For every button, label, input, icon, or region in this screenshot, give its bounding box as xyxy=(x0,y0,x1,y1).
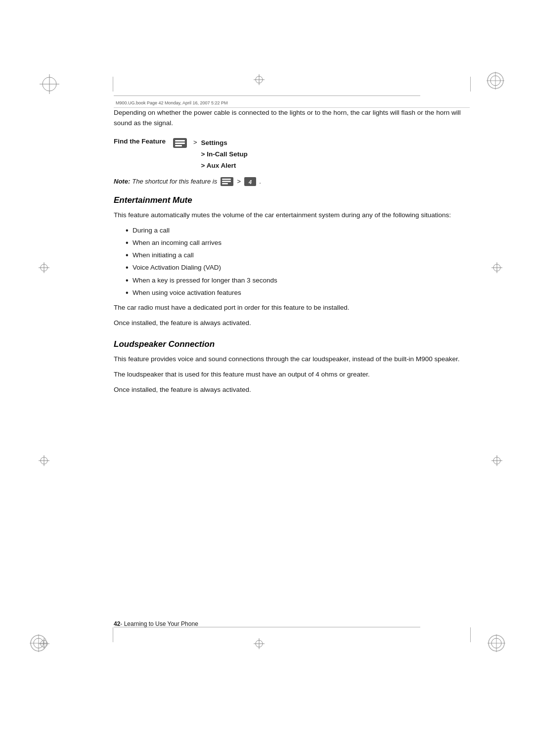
note-number-icon: 4 xyxy=(244,177,257,187)
trim-line-right-bottom xyxy=(470,627,471,642)
nav-path-settings: Settings xyxy=(201,138,248,149)
footer-number: 42 xyxy=(114,620,120,627)
nav-path-aux: > Aux Alert xyxy=(201,160,248,172)
entertainment-mute-description: This feature automatically mutes the vol… xyxy=(114,210,470,221)
svg-text:4: 4 xyxy=(248,179,252,185)
note-section: Note: The shortcut for this feature is >… xyxy=(114,177,470,187)
entertainment-mute-title: Entertainment Mute xyxy=(114,195,470,205)
nav-arrow-1: > xyxy=(193,138,197,146)
list-item: During a call xyxy=(124,226,470,236)
list-item: When using voice activation features xyxy=(124,288,470,298)
note-label: Note: xyxy=(114,178,130,185)
list-item: When an incoming call arrives xyxy=(124,238,470,248)
reg-mark-ml2 xyxy=(39,455,49,466)
svg-rect-42 xyxy=(222,181,231,182)
trim-line-left-bottom xyxy=(113,627,113,642)
menu-icon xyxy=(173,138,187,148)
trim-line-left-top xyxy=(113,77,113,92)
reg-mark-tr xyxy=(487,72,504,90)
page-footer: 42- Learning to Use Your Phone xyxy=(114,619,470,627)
reg-mark-tc xyxy=(254,74,265,85)
reg-mark-mr2 xyxy=(491,455,502,466)
nav-path-incall: > In-Call Setup xyxy=(201,149,248,160)
reg-mark-blarge xyxy=(30,634,47,652)
trim-line-right-top xyxy=(470,77,471,92)
reg-mark-tl xyxy=(40,74,59,94)
reg-mark-ml xyxy=(39,262,49,273)
entertainment-mute-para2: Once installed, the feature is always ac… xyxy=(114,318,470,329)
note-arrow: > xyxy=(237,178,241,185)
svg-rect-38 xyxy=(175,142,185,144)
reg-mark-br xyxy=(488,634,505,652)
list-item: When initiating a call xyxy=(124,250,470,260)
trim-line-top xyxy=(114,95,420,96)
find-feature-label: Find the Feature xyxy=(114,138,166,145)
footer-text: - Learning to Use Your Phone xyxy=(120,620,198,627)
loudspeaker-description: This feature provides voice and sound co… xyxy=(114,354,470,365)
note-text: The shortcut for this feature is xyxy=(132,178,217,185)
find-feature-section: Find the Feature > Settings > In-Call Se… xyxy=(114,138,470,172)
loudspeaker-title: Loudspeaker Connection xyxy=(114,339,470,349)
entertainment-mute-para1: The car radio must have a dedicated port… xyxy=(114,303,470,313)
list-item: Voice Activation Dialing (VAD) xyxy=(124,263,470,273)
reg-mark-mr xyxy=(491,262,502,273)
loudspeaker-para1: The loudspeaker that is used for this fe… xyxy=(114,370,470,380)
page-content: Depending on whether the power cable is … xyxy=(114,99,470,617)
note-period: . xyxy=(260,178,262,185)
reg-mark-bc xyxy=(254,638,265,649)
svg-rect-41 xyxy=(222,179,231,180)
svg-rect-39 xyxy=(175,145,182,146)
loudspeaker-para2: Once installed, the feature is always ac… xyxy=(114,385,470,395)
svg-rect-43 xyxy=(222,183,228,185)
note-menu-icon xyxy=(220,177,234,187)
entertainment-mute-bullets: During a call When an incoming call arri… xyxy=(124,226,470,298)
intro-paragraph: Depending on whether the power cable is … xyxy=(114,108,470,129)
svg-rect-37 xyxy=(175,140,185,142)
nav-path: Settings > In-Call Setup > Aux Alert xyxy=(201,138,248,172)
list-item: When a key is pressed for longer than 3 … xyxy=(124,276,470,285)
